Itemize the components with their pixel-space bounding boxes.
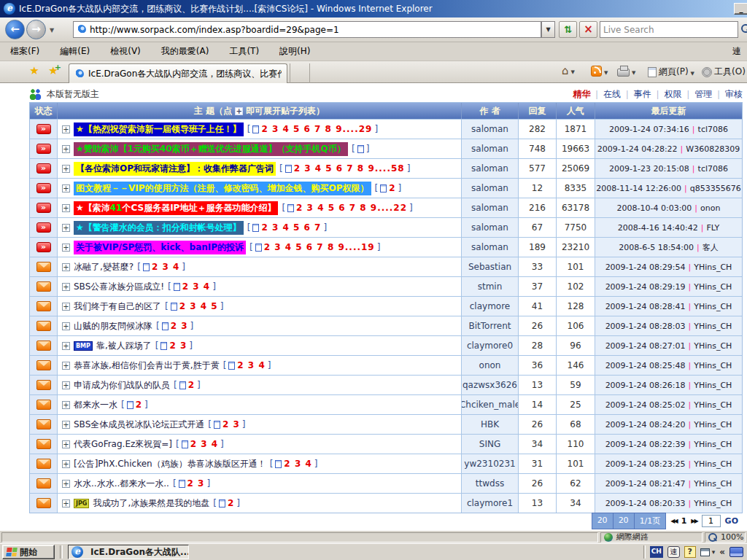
thread-pages[interactable]: [2 3 4 5 6 7 8 9....29 ]: [247, 124, 378, 134]
expand-icon[interactable]: [62, 480, 70, 488]
last-poster-link[interactable]: YHins_CH: [694, 479, 732, 489]
forward-button[interactable]: [26, 20, 46, 39]
ime-toolbar-icon[interactable]: [700, 548, 710, 556]
thread-pages[interactable]: [2 3 4 5 6 7 8 9....19 ]: [249, 242, 380, 252]
back-button[interactable]: [5, 20, 25, 39]
author-cell[interactable]: saloman: [462, 218, 519, 237]
author-cell[interactable]: claymore0: [462, 336, 519, 355]
search-input[interactable]: [603, 25, 735, 35]
board-link-featured[interactable]: 精华: [573, 88, 590, 101]
thread-title-link[interactable]: ★【索沛41个CS服务器IP地址＋服务器功能介绍】: [74, 201, 278, 215]
author-cell[interactable]: Chciken_male: [462, 395, 519, 414]
board-link-permissions[interactable]: 权限: [651, 88, 682, 101]
goto-page-input[interactable]: [702, 515, 721, 527]
start-button[interactable]: 開始: [2, 545, 55, 559]
ime-speed-icon[interactable]: 速: [667, 546, 680, 558]
thread-pages[interactable]: [2 3 4 5 ]: [165, 301, 223, 311]
links-toolbar-label[interactable]: 連: [732, 45, 741, 58]
zoom-control[interactable]: 100%: [705, 532, 746, 542]
thread-title-link[interactable]: 关于被VIP/SP惩罚、kick、banIP的投诉: [74, 241, 246, 254]
last-poster-link[interactable]: YHins_CH: [694, 341, 732, 351]
address-dropdown-button[interactable]: [541, 21, 555, 38]
menu-edit[interactable]: 編輯(E): [60, 45, 90, 58]
thread-title-link[interactable]: ★【警告灌水的会员：扣分和封帐号处理】: [74, 221, 244, 235]
last-poster-link[interactable]: YHins_CH: [694, 400, 732, 410]
thread-title-link[interactable]: 恭喜冰族,相信你们会青出于黄,胜于黄: [74, 359, 220, 372]
first-page-icon[interactable]: [670, 518, 676, 524]
thread-pages[interactable]: []: [352, 144, 369, 154]
expand-icon[interactable]: [62, 440, 70, 448]
thread-pages[interactable]: [2 3 4 5 6 7 8 9....58 ]: [279, 163, 410, 174]
thread-pages[interactable]: [2 3 4 ]: [176, 439, 224, 449]
thread-pages[interactable]: [2 3 4 ]: [270, 459, 318, 469]
author-cell[interactable]: SING: [462, 435, 519, 454]
author-cell[interactable]: claymore: [462, 297, 519, 316]
expand-icon[interactable]: [62, 184, 70, 192]
author-cell[interactable]: claymore1: [462, 494, 519, 513]
thread-pages[interactable]: [2 3 ]: [156, 321, 193, 331]
expand-icon[interactable]: [62, 460, 70, 468]
menu-tools[interactable]: 工具(T): [229, 45, 259, 58]
thread-title-link[interactable]: 冰融了,變甚麼?: [74, 261, 133, 273]
thread-pages[interactable]: [2 3 ]: [155, 341, 193, 351]
last-page-icon[interactable]: [691, 518, 697, 524]
thread-title-link[interactable]: 图文教程－－VIP的使用方法（注册、修改密码、增加金钱、购买OP权限）: [74, 182, 371, 195]
author-cell[interactable]: BitTorrent: [462, 316, 519, 335]
thread-pages[interactable]: [2 ]: [174, 380, 201, 390]
expand-icon[interactable]: [62, 303, 70, 311]
thread-pages[interactable]: [2 ]: [213, 498, 240, 508]
menu-help[interactable]: 說明(H): [279, 45, 310, 58]
thread-title-link[interactable]: ★【热烈祝贺索沛新一届领导班子上任！】: [74, 122, 244, 136]
last-poster-link[interactable]: YHins_CH: [694, 420, 732, 429]
last-poster-link[interactable]: YHins_CH: [694, 381, 732, 390]
board-link-online[interactable]: 在线: [590, 88, 621, 101]
language-indicator[interactable]: CH: [650, 546, 663, 558]
address-bar[interactable]: [73, 21, 541, 38]
thread-title-link[interactable]: 都来水一水: [74, 399, 117, 411]
thread-pages[interactable]: [2 3 4 ]: [137, 262, 185, 272]
author-cell[interactable]: qazwsx3626: [462, 376, 519, 394]
feeds-button[interactable]: [591, 66, 608, 77]
keyboard-tray-icon[interactable]: [729, 547, 743, 557]
expand-icon[interactable]: [62, 204, 70, 212]
author-cell[interactable]: saloman: [462, 198, 519, 217]
thread-title-link[interactable]: SBS公喜冰族分區成立!: [74, 281, 164, 293]
minimize-button[interactable]: [734, 3, 747, 15]
thread-title-link[interactable]: 我成功了,冰族果然是我的地盘: [93, 497, 209, 510]
thread-title-link[interactable]: 【各位索沛OP和玩家请注意】：收集作弊器广告词: [74, 162, 276, 176]
tools-menu-button[interactable]: 工具(O): [702, 66, 746, 78]
thread-pages[interactable]: [2 3 4 5 6 7 8 9....22 ]: [282, 203, 412, 213]
thread-title-link[interactable]: 水水..水水..都来水一水..: [74, 478, 169, 490]
thread-title-link[interactable]: 申请成为你们战队的队员: [74, 379, 170, 392]
author-cell[interactable]: saloman: [462, 139, 519, 158]
home-button[interactable]: [562, 66, 575, 76]
last-poster-link[interactable]: YHins_CH: [694, 282, 732, 292]
author-cell[interactable]: saloman: [462, 179, 519, 198]
search-magnifier-icon[interactable]: [741, 24, 747, 34]
thread-title-link[interactable]: SBS全体成员祝冰队论坛正式开通: [74, 419, 204, 431]
author-cell[interactable]: saloman: [462, 120, 519, 139]
author-cell[interactable]: saloman: [462, 238, 519, 257]
expand-icon[interactable]: [62, 322, 70, 330]
expand-icon[interactable]: [62, 421, 70, 429]
thread-pages[interactable]: [2 ]: [121, 400, 148, 410]
current-page-number[interactable]: 1: [681, 516, 687, 526]
thread-pages[interactable]: [2 3 4 ]: [223, 360, 271, 370]
last-poster-link[interactable]: YHins_CH: [694, 440, 732, 449]
last-poster-link[interactable]: YHins_CH: [694, 302, 732, 311]
thread-pages[interactable]: [2 3 4 ]: [168, 281, 216, 292]
thread-title-link[interactable]: 靠,被人踩场了: [96, 340, 152, 352]
last-poster-link[interactable]: onon: [700, 203, 720, 213]
expand-icon[interactable]: [62, 362, 70, 370]
thread-pages[interactable]: [2 3 ]: [173, 478, 210, 489]
expand-icon[interactable]: [62, 125, 70, 133]
author-cell[interactable]: Sebastian: [462, 257, 519, 276]
thread-title-link[interactable]: 代表GoFrag.Ez來祝賀=]: [74, 438, 172, 451]
author-cell[interactable]: onon: [462, 356, 519, 375]
last-poster-link[interactable]: 客人: [703, 242, 719, 253]
page-menu-button[interactable]: 網頁(P): [648, 66, 694, 78]
last-poster-link[interactable]: FLY: [706, 223, 719, 233]
thread-pages[interactable]: [2 3 4 5 6 7 ]: [247, 222, 327, 233]
expand-icon[interactable]: [62, 145, 70, 153]
last-poster-link[interactable]: tcl7086: [698, 125, 728, 134]
